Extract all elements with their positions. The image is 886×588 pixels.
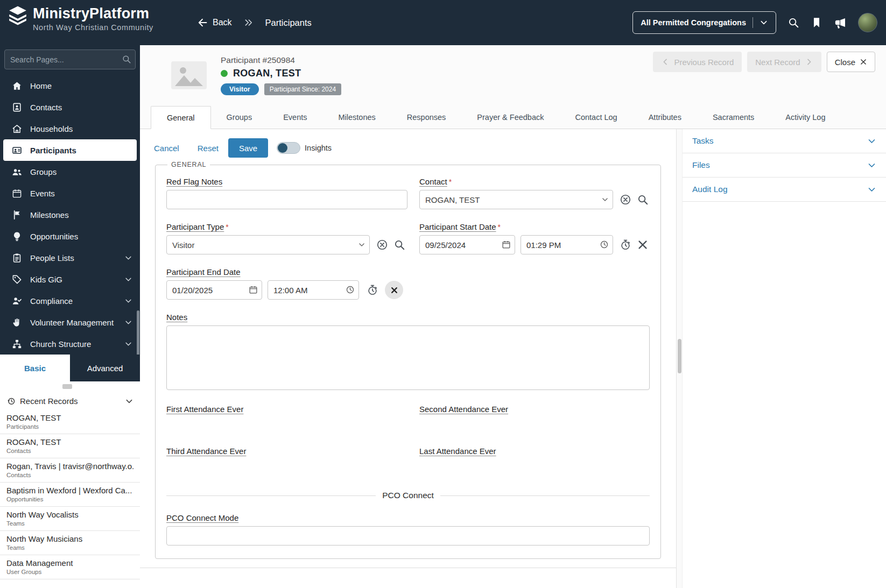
- field-contact: Contact*: [419, 177, 650, 209]
- contact-clear-button[interactable]: [620, 194, 631, 206]
- flag-icon: [12, 210, 22, 220]
- next-record-button[interactable]: Next Record: [747, 52, 821, 72]
- recent-record-item[interactable]: North Way Vocalists Teams: [0, 507, 140, 531]
- recent-record-item[interactable]: North Way Musicians Teams: [0, 531, 140, 555]
- sidebar-item-label: Home: [30, 81, 52, 90]
- recent-record-item[interactable]: Data Management User Groups: [0, 555, 140, 579]
- search-icon[interactable]: [787, 17, 799, 29]
- sidebar-item-contacts[interactable]: Contacts: [0, 96, 140, 118]
- bookmark-icon[interactable]: [811, 17, 822, 29]
- tab-responses[interactable]: Responses: [391, 105, 462, 129]
- tag-icon: [12, 274, 22, 285]
- scrollbar-thumb[interactable]: [678, 339, 681, 373]
- start-time-input[interactable]: [521, 235, 613, 254]
- sidebar-scrollbar-horizontal[interactable]: [62, 384, 72, 389]
- sidebar-item-kids-gig[interactable]: Kids GiG: [0, 268, 140, 290]
- tab-general[interactable]: General: [151, 106, 211, 129]
- recent-records-header[interactable]: Recent Records: [0, 389, 140, 410]
- tab-groups[interactable]: Groups: [211, 105, 268, 129]
- chevron-down-icon: [760, 18, 768, 27]
- back-button[interactable]: Back: [197, 17, 232, 28]
- notes-textarea[interactable]: [166, 325, 650, 390]
- sidebar-item-label: Participants: [30, 146, 76, 155]
- sidebar-item-opportunities[interactable]: Opportunities: [0, 225, 140, 247]
- tab-events[interactable]: Events: [268, 105, 322, 129]
- sidebar-item-people-lists[interactable]: People Lists: [0, 247, 140, 268]
- field-first-attendance: First Attendance Ever: [166, 405, 407, 434]
- congregation-selector[interactable]: All Permitted Congregations: [632, 11, 776, 34]
- sidebar-item-milestones[interactable]: Milestones: [0, 204, 140, 225]
- close-icon: [860, 58, 867, 66]
- participant-type-input[interactable]: [166, 235, 370, 254]
- photo-placeholder-icon[interactable]: [170, 60, 208, 90]
- main-scrollbar[interactable]: [676, 129, 683, 588]
- sidebar-item-volunteer-management[interactable]: Volunteer Management: [0, 311, 140, 333]
- reset-button[interactable]: Reset: [198, 144, 219, 153]
- sidebar-item-households[interactable]: Households: [0, 118, 140, 139]
- participant-type-clear-button[interactable]: [376, 239, 388, 251]
- tab-activity-log[interactable]: Activity Log: [770, 105, 841, 129]
- panel-section-audit-log[interactable]: Audit Log: [683, 178, 886, 202]
- start-date-now-button[interactable]: [620, 239, 631, 251]
- record-name: ROGAN, TEST: [233, 68, 301, 79]
- contact-search-button[interactable]: [637, 194, 649, 206]
- sidebar-item-label: Church Structure: [30, 339, 91, 349]
- sidebar-item-compliance[interactable]: Compliance: [0, 290, 140, 311]
- megaphone-icon[interactable]: [834, 16, 847, 29]
- section-divider: [140, 568, 676, 588]
- sidebar-lower: Basic Advanced Recent Records ROGAN, TES…: [0, 355, 140, 588]
- end-date-now-button[interactable]: [367, 284, 378, 296]
- lightbulb-icon: [12, 231, 22, 242]
- clipboard-list-icon: [12, 253, 22, 263]
- divider: [753, 17, 753, 28]
- panel-section-files[interactable]: Files: [683, 153, 886, 178]
- end-date-input[interactable]: [166, 280, 262, 300]
- pco-connect-mode-input[interactable]: [166, 526, 650, 546]
- end-time-input[interactable]: [268, 280, 359, 300]
- tab-basic[interactable]: Basic: [0, 355, 70, 381]
- breadcrumb-current[interactable]: Participants: [265, 18, 312, 28]
- search-pages-input[interactable]: [4, 49, 136, 69]
- tab-milestones[interactable]: Milestones: [323, 105, 391, 129]
- chevron-down-icon: [867, 185, 876, 194]
- sidebar-item-groups[interactable]: Groups: [0, 161, 140, 182]
- recent-record-item[interactable]: ROGAN, TEST Contacts: [0, 434, 140, 458]
- previous-record-button[interactable]: Previous Record: [653, 52, 742, 72]
- tab-advanced[interactable]: Advanced: [70, 355, 140, 381]
- tab-prayer-feedback[interactable]: Prayer & Feedback: [461, 105, 559, 129]
- sidebar-item-church-structure[interactable]: Church Structure: [0, 333, 140, 355]
- chevron-right-icon: [805, 58, 813, 66]
- people-icon: [12, 167, 22, 177]
- pco-connect-section-divider: PCO Connect: [166, 491, 650, 500]
- participant-since-badge: Participant Since: 2024: [264, 83, 341, 95]
- start-date-input[interactable]: [419, 235, 515, 254]
- panel-section-label: Files: [692, 160, 710, 170]
- app-brand: MinistryPlatform North Way Christian Com…: [8, 5, 153, 32]
- insights-label: Insights: [305, 144, 332, 152]
- panel-section-tasks[interactable]: Tasks: [683, 129, 886, 153]
- sidebar-item-home[interactable]: Home: [0, 75, 140, 96]
- recent-record-item[interactable]: Rogan, Travis | travisr@northway.o... Co…: [0, 458, 140, 483]
- tab-sacraments[interactable]: Sacraments: [697, 105, 770, 129]
- calendar-icon: [12, 188, 22, 199]
- user-avatar[interactable]: [858, 13, 877, 32]
- tab-attributes[interactable]: Attributes: [633, 105, 697, 129]
- tab-contact-log[interactable]: Contact Log: [559, 105, 632, 129]
- close-button[interactable]: Close: [827, 52, 875, 72]
- cancel-button[interactable]: Cancel: [154, 144, 179, 153]
- end-date-clear-button[interactable]: [385, 281, 403, 299]
- person-check-icon: [12, 296, 22, 306]
- save-button[interactable]: Save: [228, 138, 268, 158]
- participant-type-search-button[interactable]: [393, 239, 405, 251]
- start-date-clear-button[interactable]: [637, 239, 649, 251]
- recent-record-item[interactable]: Baptism in Wexford | Wexford Ca... Oppor…: [0, 483, 140, 507]
- record-tabs: General Groups Events Milestones Respons…: [140, 105, 886, 129]
- insights-toggle[interactable]: [277, 142, 300, 154]
- sidebar-item-events[interactable]: Events: [0, 182, 140, 204]
- red-flag-notes-input[interactable]: [166, 190, 407, 209]
- sidebar-item-participants[interactable]: Participants: [3, 139, 137, 161]
- contact-input[interactable]: [419, 190, 613, 209]
- field-notes: Notes: [166, 313, 650, 392]
- required-marker: *: [449, 178, 452, 186]
- recent-record-item[interactable]: ROGAN, TEST Participants: [0, 410, 140, 434]
